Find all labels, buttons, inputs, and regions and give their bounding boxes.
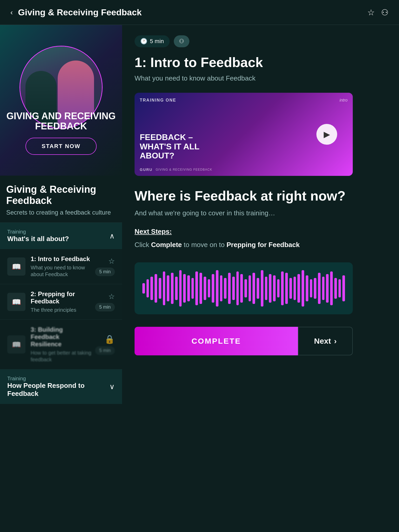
- waveform-bar: [240, 274, 243, 303]
- waveform-bar: [195, 271, 198, 305]
- training-section-1-info: Training What's it all about?: [7, 229, 69, 243]
- waveform-bar: [277, 279, 280, 297]
- waveform-bar: [334, 278, 337, 299]
- lesson-icon-2: 📖: [7, 293, 25, 311]
- lesson-right-1: ☆ 5 min: [95, 257, 115, 276]
- share-icon[interactable]: ⚇: [381, 8, 389, 17]
- lesson-desc-3: How to get better at taking feedback: [31, 349, 92, 363]
- next-button[interactable]: Next ›: [298, 327, 353, 355]
- waveform-bar: [163, 271, 165, 305]
- lesson-title-2: 2: Prepping for Feedback: [31, 290, 92, 305]
- complete-button[interactable]: COMPLETE: [135, 327, 298, 355]
- waveform-bar: [212, 274, 214, 303]
- left-panel: GIVING AND RECEIVING FEEDBACK START NOW …: [0, 25, 122, 404]
- bookmark-icon[interactable]: ☆: [367, 8, 375, 17]
- waveform-bar: [159, 278, 161, 299]
- training-label-1: Training: [7, 229, 69, 235]
- waveform-bar: [326, 274, 329, 303]
- link-badge[interactable]: ⚇: [174, 35, 189, 47]
- waveform-bar: [306, 275, 308, 301]
- waveform-bar: [167, 275, 169, 301]
- waveform-bar: [285, 273, 288, 304]
- header: ‹ Giving & Receiving Feedback ☆ ⚇: [0, 0, 399, 25]
- waveform-bar: [179, 270, 182, 307]
- start-now-button[interactable]: START NOW: [25, 138, 97, 155]
- course-info: Giving & Receiving Feedback Secrets to c…: [0, 176, 122, 222]
- waveform-bar: [252, 273, 255, 304]
- section-subtext: And what we're going to cover in this tr…: [135, 209, 387, 217]
- waveform-bar: [244, 279, 247, 297]
- section-heading: Where is Feedback at right now?: [135, 188, 387, 204]
- waveform-bar: [289, 278, 292, 299]
- lesson-item-2[interactable]: 📖 2: Prepping for Feedback The three pri…: [0, 284, 122, 320]
- right-panel: 🕐 5 min ⚇ 1: Intro to Feedback What you …: [122, 25, 399, 404]
- waveform-bar: [338, 279, 341, 297]
- action-buttons: COMPLETE Next ›: [135, 327, 353, 355]
- audio-waveform[interactable]: [135, 262, 353, 314]
- training-name-1: What's it all about?: [7, 235, 69, 243]
- badges-row: 🕐 5 min ⚇: [135, 35, 387, 47]
- training-section-2-info: Training How People Respond to Feedback: [7, 376, 109, 398]
- waveform-bar: [265, 277, 268, 300]
- duration-badge-2: 5 min: [95, 303, 115, 311]
- waveform-bar: [187, 275, 190, 301]
- waveform-bar: [269, 274, 271, 303]
- hero-image: GIVING AND RECEIVING FEEDBACK START NOW: [0, 25, 122, 176]
- play-button[interactable]: ▶: [316, 124, 337, 145]
- waveform-bar: [281, 271, 284, 305]
- waveform-bar: [318, 273, 321, 304]
- header-left: ‹ Giving & Receiving Feedback: [10, 7, 142, 17]
- main-container: GIVING AND RECEIVING FEEDBACK START NOW …: [0, 25, 399, 404]
- video-thumbnail[interactable]: TRAINING ONE intro FEEDBACK – WHAT'S IT …: [135, 93, 353, 176]
- waveform-bar: [342, 275, 345, 301]
- back-button[interactable]: ‹: [10, 8, 13, 17]
- waveform-bar: [273, 275, 276, 301]
- waveform-bar: [236, 271, 239, 305]
- training-section-1[interactable]: Training What's it all about? ∧: [0, 223, 122, 249]
- waveform-bar: [171, 273, 174, 304]
- lesson-desc-2: The three principles: [31, 307, 92, 313]
- waveform-bar: [191, 278, 194, 299]
- waveform-bar: [297, 274, 300, 303]
- course-title: Giving & Receiving Feedback: [6, 184, 116, 206]
- chevron-down-icon: ∨: [109, 382, 115, 391]
- waveform-bar: [220, 275, 223, 301]
- next-steps-label: Next Steps:: [135, 228, 387, 236]
- waveform-bar: [330, 271, 333, 305]
- next-arrow-icon: ›: [334, 337, 337, 345]
- time-badge: 🕐 5 min: [135, 35, 170, 47]
- hero-title: GIVING AND RECEIVING FEEDBACK: [0, 111, 122, 131]
- lesson-desc-1: What you need to know about Feedback: [31, 264, 92, 278]
- waveform-bar: [204, 277, 206, 300]
- waveform-bar: [261, 270, 263, 307]
- duration-badge-1: 5 min: [95, 268, 115, 276]
- lesson-info-1: 1: Intro to Feedback What you need to kn…: [31, 255, 92, 278]
- page-title: Giving & Receiving Feedback: [18, 7, 142, 17]
- waveform-bar: [314, 278, 316, 299]
- waveform-bar: [310, 279, 312, 297]
- training-label-2: Training: [7, 376, 109, 382]
- lesson-info-2: 2: Prepping for Feedback The three princ…: [31, 290, 92, 313]
- waveform-bar: [249, 275, 251, 301]
- waveform-bar: [155, 274, 157, 303]
- waveform-bar: [175, 277, 178, 300]
- waveform-bar: [228, 273, 231, 304]
- waveform-bar: [294, 277, 296, 300]
- duration-badge-3: 5 min: [95, 346, 115, 355]
- waveform-bar: [232, 277, 235, 300]
- waveform-bar: [147, 279, 149, 297]
- waveform-bar: [216, 270, 218, 307]
- waveform-bar: [150, 277, 153, 300]
- training-section-2[interactable]: Training How People Respond to Feedback …: [0, 369, 122, 404]
- waveform-bar: [257, 278, 259, 299]
- lock-icon: 🔒: [104, 334, 115, 344]
- waveform-bar: [142, 283, 145, 294]
- lesson-item-3[interactable]: 📖 3: Building Feedback Resilience How to…: [0, 320, 122, 369]
- next-steps-text: Click Complete to move on to Prepping fo…: [135, 240, 387, 250]
- lesson-info-3: 3: Building Feedback Resilience How to g…: [31, 326, 92, 363]
- waveform-bar: [322, 277, 325, 300]
- star-icon-2[interactable]: ☆: [108, 292, 115, 301]
- star-icon-1[interactable]: ☆: [108, 257, 115, 265]
- waveform-bar: [200, 273, 202, 304]
- lesson-item-1[interactable]: 📖 1: Intro to Feedback What you need to …: [0, 249, 122, 284]
